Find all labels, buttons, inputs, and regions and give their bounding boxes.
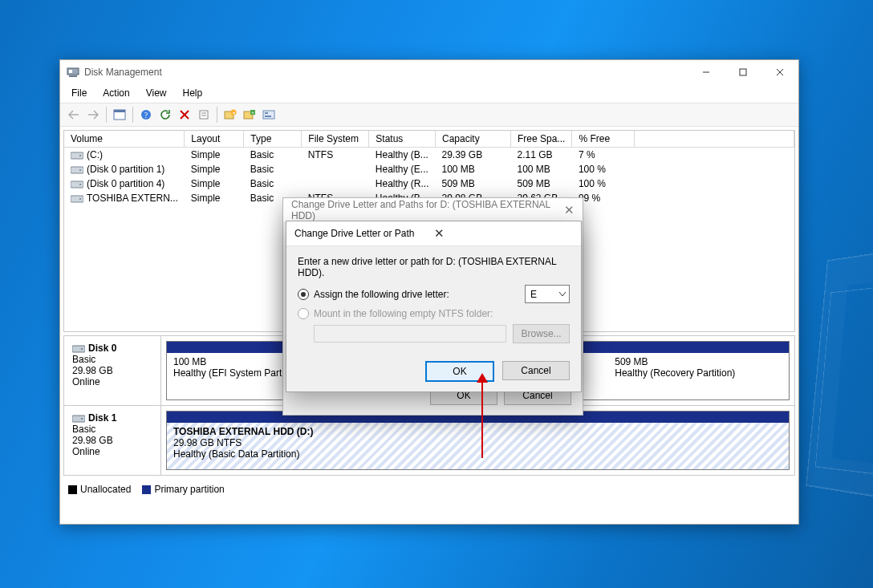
properties-icon[interactable] [195, 106, 213, 124]
svg-point-26 [79, 155, 81, 156]
show-hide-icon[interactable] [111, 106, 128, 124]
delete-icon[interactable] [176, 106, 193, 124]
disk-icon [72, 414, 85, 424]
window-controls [688, 60, 798, 84]
svg-rect-25 [71, 152, 83, 159]
svg-point-34 [81, 348, 83, 350]
disk-icon [72, 344, 85, 354]
menubar: File Action View Help [60, 84, 798, 103]
dialog-title: Change Drive Letter or Path [294, 228, 434, 239]
svg-rect-4 [740, 69, 746, 75]
col-free[interactable]: Free Spa... [511, 131, 572, 148]
svg-rect-35 [72, 416, 85, 422]
menu-help[interactable]: Help [177, 86, 209, 100]
table-row[interactable]: (Disk 0 partition 1) SimpleBasic Healthy… [64, 162, 794, 176]
close-icon[interactable]: ✕ [564, 203, 575, 217]
svg-rect-13 [200, 111, 208, 119]
svg-rect-31 [71, 196, 83, 202]
maximize-button[interactable] [725, 60, 761, 84]
svg-point-32 [79, 198, 81, 200]
back-icon[interactable] [65, 106, 83, 124]
table-row[interactable]: (C:) SimpleBasic NTFSHealthy (B... 29.39… [64, 148, 794, 163]
column-header-row[interactable]: Volume Layout Type File System Status Ca… [64, 131, 794, 148]
svg-rect-27 [71, 167, 83, 173]
forward-icon[interactable] [84, 106, 102, 124]
partition-strip: TOSHIBA EXTERNAL HDD (D:) 29.98 GB NTFS … [166, 411, 790, 470]
menu-action[interactable]: Action [96, 86, 136, 100]
drive-icon [71, 151, 83, 160]
disk-row: Disk 1 Basic 29.98 GB Online TOSHIBA EXT… [64, 406, 794, 475]
svg-rect-8 [114, 110, 125, 112]
table-row[interactable]: (Disk 0 partition 4) SimpleBasic Healthy… [64, 176, 794, 191]
toolbar: ? ✦ + [60, 103, 798, 127]
partition-selected[interactable]: TOSHIBA EXTERNAL HDD (D:) 29.98 GB NTFS … [167, 423, 789, 469]
new-volume-icon[interactable]: ✦ [221, 106, 239, 124]
svg-point-30 [79, 184, 81, 185]
refresh-icon[interactable] [156, 106, 174, 124]
titlebar: Disk Management [60, 60, 798, 84]
svg-rect-24 [265, 116, 271, 117]
col-layout[interactable]: Layout [185, 131, 244, 148]
col-filesystem[interactable]: File System [302, 131, 369, 148]
menu-view[interactable]: View [140, 86, 173, 100]
help-icon[interactable]: ? [137, 106, 155, 124]
dialog-prompt: Enter a new drive letter or path for D: … [298, 256, 570, 278]
disk-header[interactable]: Disk 1 Basic 29.98 GB Online [64, 406, 160, 475]
legend-unallocated: Unallocated [80, 484, 131, 495]
chevron-down-icon [559, 292, 566, 297]
svg-rect-33 [72, 346, 85, 352]
legend: Unallocated Primary partition [60, 479, 798, 500]
ok-button[interactable]: OK [425, 361, 494, 382]
drive-icon [71, 165, 83, 175]
browse-button: Browse... [513, 324, 570, 343]
svg-rect-23 [265, 112, 268, 114]
svg-point-28 [79, 169, 81, 171]
col-pctfree[interactable]: % Free [572, 131, 635, 148]
close-icon[interactable]: ✕ [434, 226, 574, 241]
svg-text:?: ? [144, 111, 148, 120]
col-capacity[interactable]: Capacity [436, 131, 511, 148]
minimize-button[interactable] [688, 60, 725, 84]
col-status[interactable]: Status [369, 131, 436, 148]
label-mount-folder: Mount in the following empty NTFS folder… [314, 308, 493, 319]
cancel-button[interactable]: Cancel [502, 361, 570, 380]
dialog-title: Change Drive Letter and Paths for D: (TO… [283, 198, 583, 223]
folder-path-input [314, 325, 506, 343]
radio-assign-letter[interactable] [298, 289, 309, 300]
attach-vhd-icon[interactable]: + [241, 106, 258, 124]
partition[interactable]: 509 MB Healthy (Recovery Partition) [608, 353, 789, 399]
settings-icon[interactable] [260, 106, 278, 124]
svg-rect-29 [71, 181, 83, 188]
label-assign-letter: Assign the following drive letter: [314, 289, 449, 300]
drive-icon [71, 180, 83, 189]
app-icon [67, 66, 79, 79]
disk-header[interactable]: Disk 0 Basic 29.98 GB Online [64, 336, 160, 405]
close-button[interactable] [761, 60, 798, 84]
svg-text:+: + [251, 110, 254, 115]
svg-point-36 [81, 418, 83, 420]
svg-rect-22 [263, 111, 274, 119]
col-volume[interactable]: Volume [64, 131, 185, 148]
drive-letter-select[interactable]: E [525, 285, 570, 303]
legend-primary: Primary partition [154, 484, 224, 495]
drive-icon [71, 194, 83, 204]
radio-mount-folder[interactable] [298, 308, 309, 319]
svg-text:✦: ✦ [232, 111, 236, 116]
menu-file[interactable]: File [65, 86, 93, 100]
window-title: Disk Management [84, 67, 162, 78]
change-letter-dialog: Change Drive Letter or Path ✕ Enter a ne… [286, 221, 582, 392]
svg-rect-2 [69, 70, 72, 73]
col-type[interactable]: Type [244, 131, 302, 148]
svg-rect-1 [69, 75, 77, 77]
